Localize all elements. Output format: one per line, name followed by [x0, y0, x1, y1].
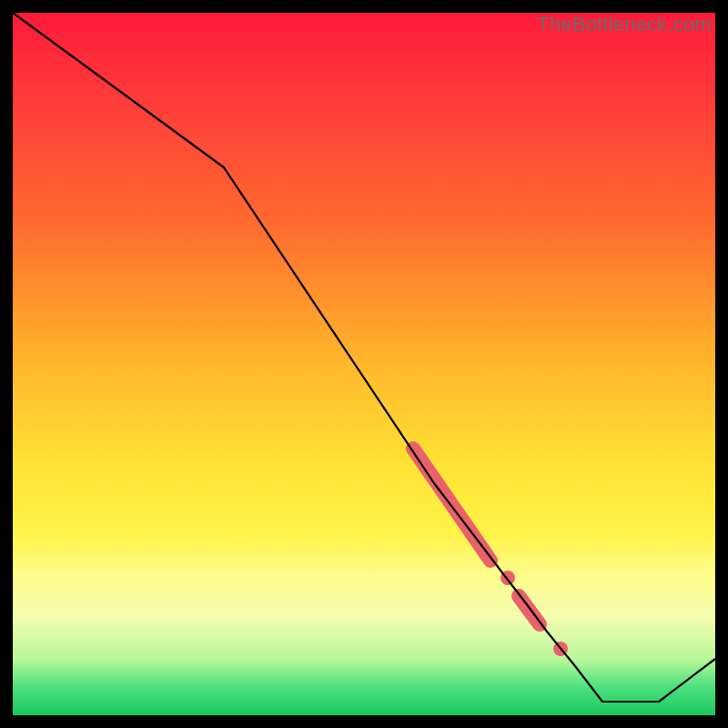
highlight-segment — [413, 449, 490, 561]
bottleneck-curve — [13, 13, 715, 702]
curve-layer — [13, 13, 715, 702]
gradient-plot-area: TheBottleneck.com — [13, 13, 715, 715]
chart-frame: TheBottleneck.com — [0, 0, 728, 728]
highlight-layer — [413, 449, 568, 656]
chart-svg — [13, 13, 715, 715]
highlight-segment — [519, 596, 540, 624]
